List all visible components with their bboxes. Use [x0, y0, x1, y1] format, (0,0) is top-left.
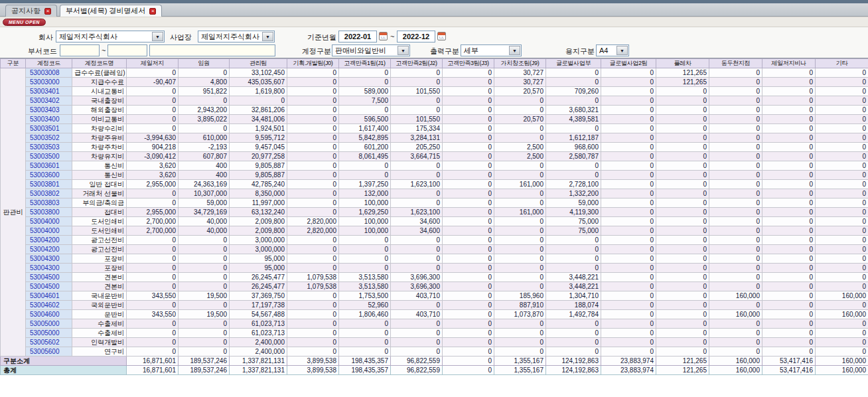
amount-cell[interactable]: 0: [656, 115, 709, 124]
amount-cell[interactable]: 0: [601, 310, 656, 319]
amount-cell[interactable]: 0: [816, 329, 868, 338]
amount-cell[interactable]: 0: [656, 282, 709, 291]
account-code-cell[interactable]: 53004200: [26, 245, 72, 254]
amount-cell[interactable]: 1,623,100: [391, 208, 443, 217]
amount-cell[interactable]: 1,806,460: [339, 310, 391, 319]
amount-cell[interactable]: 0: [287, 124, 339, 133]
account-code-cell[interactable]: 53003000: [26, 78, 72, 87]
amount-cell[interactable]: 0: [443, 180, 494, 189]
amount-cell[interactable]: 0: [339, 347, 391, 357]
amount-cell[interactable]: 2,700,000: [127, 217, 179, 226]
amount-cell[interactable]: 0: [546, 236, 601, 245]
amount-cell[interactable]: 0: [287, 78, 339, 87]
account-name-cell[interactable]: 국내출장비: [72, 96, 127, 106]
amount-cell[interactable]: 2,009,800: [230, 217, 287, 226]
account-name-cell[interactable]: 포장비: [72, 264, 127, 273]
amount-cell[interactable]: 2,580,787: [546, 152, 601, 161]
amount-cell[interactable]: 0: [287, 198, 339, 208]
amount-cell[interactable]: 0: [656, 347, 709, 357]
amount-cell[interactable]: 0: [656, 96, 709, 106]
amount-cell[interactable]: 0: [443, 254, 494, 264]
amount-cell[interactable]: 0: [494, 347, 546, 357]
amount-cell[interactable]: 0: [287, 319, 339, 329]
amount-cell[interactable]: 2,700,000: [127, 226, 179, 236]
amount-cell[interactable]: 20,570: [494, 115, 546, 124]
amount-cell[interactable]: 42,785,240: [230, 180, 287, 189]
amount-cell[interactable]: 0: [709, 133, 762, 143]
amount-cell[interactable]: 0: [546, 264, 601, 273]
amount-cell[interactable]: 9,805,887: [230, 161, 287, 171]
amount-cell[interactable]: 0: [762, 329, 816, 338]
amount-cell[interactable]: 0: [391, 171, 443, 180]
amount-cell[interactable]: 0: [656, 133, 709, 143]
amount-cell[interactable]: 0: [601, 143, 656, 152]
amount-cell[interactable]: 53,417,416: [762, 366, 816, 375]
amount-cell[interactable]: 0: [762, 87, 816, 96]
amount-cell[interactable]: 0: [391, 96, 443, 106]
amount-cell[interactable]: 3,284,131: [391, 133, 443, 143]
tab-close-icon[interactable]: [149, 8, 156, 15]
amount-cell[interactable]: 161,000: [494, 208, 546, 217]
amount-cell[interactable]: 34,600: [391, 217, 443, 226]
amount-cell[interactable]: 0: [494, 273, 546, 282]
amount-cell[interactable]: 40,000: [179, 226, 230, 236]
amount-cell[interactable]: 0: [494, 282, 546, 291]
amount-cell[interactable]: 0: [127, 329, 179, 338]
amount-cell[interactable]: 0: [127, 273, 179, 282]
amount-cell[interactable]: 607,807: [179, 152, 230, 161]
amount-cell[interactable]: 610,000: [179, 133, 230, 143]
account-code-cell[interactable]: 53003802: [26, 189, 72, 198]
amount-cell[interactable]: 0: [762, 301, 816, 310]
amount-cell[interactable]: 30,727: [494, 78, 546, 87]
amount-cell[interactable]: 0: [762, 106, 816, 115]
amount-cell[interactable]: 0: [339, 254, 391, 264]
amount-cell[interactable]: 0: [179, 347, 230, 357]
amount-cell[interactable]: 0: [656, 329, 709, 338]
amount-cell[interactable]: 0: [656, 152, 709, 161]
account-name-cell[interactable]: 견본비: [72, 273, 127, 282]
amount-cell[interactable]: 160,000: [709, 366, 762, 375]
amount-cell[interactable]: 0: [287, 245, 339, 254]
account-code-cell[interactable]: 53003803: [26, 198, 72, 208]
amount-cell[interactable]: 4,119,300: [546, 208, 601, 217]
account-code-cell[interactable]: 53004000: [26, 217, 72, 226]
amount-cell[interactable]: 30,727: [494, 68, 546, 78]
amount-cell[interactable]: 0: [709, 347, 762, 357]
amount-cell[interactable]: 0: [656, 87, 709, 96]
amount-cell[interactable]: 951,822: [179, 87, 230, 96]
amount-cell[interactable]: 0: [656, 189, 709, 198]
amount-cell[interactable]: 0: [762, 68, 816, 78]
amount-cell[interactable]: 0: [601, 338, 656, 347]
paper-type-select[interactable]: A4: [596, 44, 629, 56]
amount-cell[interactable]: 0: [179, 329, 230, 338]
amount-cell[interactable]: 0: [127, 124, 179, 133]
amount-cell[interactable]: 0: [391, 319, 443, 329]
account-code-cell[interactable]: 53003801: [26, 180, 72, 189]
amount-cell[interactable]: 0: [546, 161, 601, 171]
amount-cell[interactable]: 0: [443, 338, 494, 347]
amount-cell[interactable]: 2,955,000: [127, 180, 179, 189]
amount-cell[interactable]: 0: [179, 319, 230, 329]
amount-cell[interactable]: 0: [656, 106, 709, 115]
account-code-cell[interactable]: 53003403: [26, 106, 72, 115]
amount-cell[interactable]: 0: [601, 106, 656, 115]
amount-cell[interactable]: 16,871,601: [127, 357, 179, 366]
amount-cell[interactable]: 23,883,974: [601, 366, 656, 375]
account-name-cell[interactable]: 통신비: [72, 171, 127, 180]
account-name-cell[interactable]: 일반 접대비: [72, 180, 127, 189]
amount-cell[interactable]: 0: [179, 236, 230, 245]
amount-cell[interactable]: 0: [656, 338, 709, 347]
amount-cell[interactable]: 1,355,167: [494, 366, 546, 375]
account-code-cell[interactable]: 53003601: [26, 161, 72, 171]
amount-cell[interactable]: 0: [127, 68, 179, 78]
amount-cell[interactable]: 0: [762, 180, 816, 189]
account-name-cell[interactable]: 도서인쇄비: [72, 217, 127, 226]
amount-cell[interactable]: 160,000: [709, 291, 762, 301]
amount-cell[interactable]: 0: [816, 68, 868, 78]
amount-cell[interactable]: 0: [127, 338, 179, 347]
amount-cell[interactable]: 0: [709, 143, 762, 152]
account-name-cell[interactable]: 급수수료(클레임): [72, 68, 127, 78]
account-name-cell[interactable]: 차량주유비: [72, 133, 127, 143]
amount-cell[interactable]: 0: [601, 68, 656, 78]
amount-cell[interactable]: 0: [443, 133, 494, 143]
